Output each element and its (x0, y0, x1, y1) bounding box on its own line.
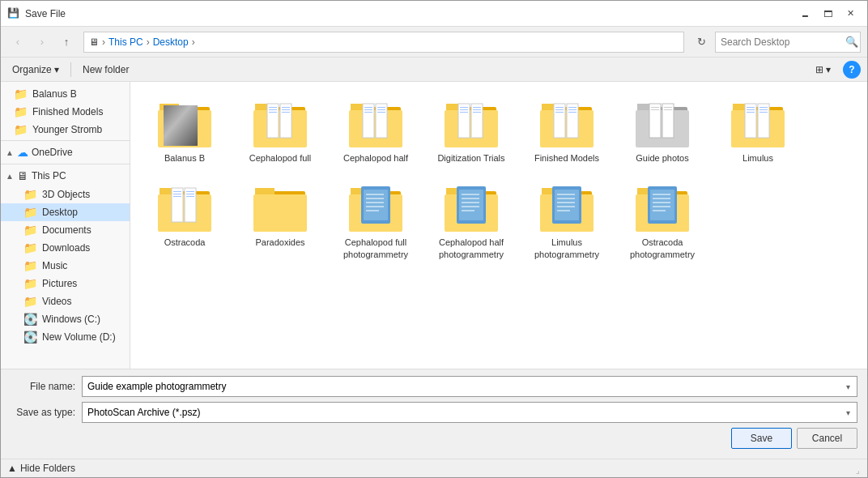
resize-handle[interactable]: ⌟ (856, 466, 866, 476)
svg-rect-47 (568, 109, 577, 110)
file-item-paradoxides[interactable]: Paradoxides (236, 176, 325, 266)
sidebar-item-videos[interactable]: 📁 Videos (1, 292, 130, 310)
svg-rect-31 (460, 107, 468, 108)
sidebar-item-finished-models[interactable]: 📁 Finished Models (1, 103, 130, 121)
folder-thumbnail (442, 97, 500, 149)
title-bar: 💾 Save File 🗕 🗖 ✕ (1, 1, 867, 27)
onedrive-icon: ☁ (17, 146, 28, 159)
svg-rect-48 (568, 112, 577, 113)
sidebar-item-windows-c[interactable]: 💽 Windows (C:) (1, 310, 130, 328)
minimize-button[interactable]: 🗕 (794, 6, 815, 22)
folder-icon: 📁 (23, 241, 37, 254)
svg-rect-79 (186, 196, 194, 197)
filename-label: File name: (11, 381, 75, 392)
view-button[interactable]: ⊞ ▾ (810, 62, 836, 78)
maximize-button[interactable]: 🗖 (817, 6, 838, 22)
forward-button[interactable]: › (32, 32, 53, 53)
breadcrumb-desktop[interactable]: Desktop (153, 36, 189, 48)
breadcrumb-bar[interactable]: 🖥 › This PC › Desktop › (83, 32, 684, 53)
sidebar-item-desktop[interactable]: 📁 Desktop (1, 203, 130, 221)
file-item-cephalopod-half-photo[interactable]: Cephalopod half photogrammetry (427, 176, 516, 266)
svg-rect-53 (651, 107, 659, 108)
breadcrumb-thispc[interactable]: This PC (108, 36, 143, 48)
sidebar-item-downloads[interactable]: 📁 Downloads (1, 239, 130, 257)
search-bar[interactable]: 🔍 (715, 32, 861, 53)
folder-thumbnail (251, 97, 309, 149)
svg-rect-63 (747, 109, 755, 110)
filename-container[interactable]: ▾ (82, 376, 857, 397)
file-item-balanus-b[interactable]: Balanus B (140, 92, 229, 169)
svg-rect-42 (555, 107, 564, 108)
window-controls: 🗕 🗖 ✕ (794, 6, 861, 22)
svg-rect-15 (282, 112, 290, 113)
sidebar-label: Finished Models (32, 106, 103, 117)
back-button[interactable]: ‹ (7, 32, 28, 53)
svg-rect-45 (567, 104, 578, 138)
file-item-limulus-photo[interactable]: Limulus photogrammetry (522, 176, 611, 266)
sidebar-item-music[interactable]: 📁 Music (1, 257, 130, 275)
svg-rect-13 (282, 107, 290, 108)
file-item-finished-models[interactable]: Finished Models (522, 92, 611, 169)
new-folder-button[interactable]: New folder (78, 62, 134, 77)
cancel-button[interactable]: Cancel (797, 428, 857, 449)
folder-icon: 📁 (23, 259, 37, 272)
folder-thumbnail (347, 181, 405, 233)
sidebar-item-3dobjects[interactable]: 📁 3D Objects (1, 186, 130, 203)
svg-rect-73 (173, 191, 181, 192)
organize-button[interactable]: Organize ▾ (7, 62, 64, 77)
file-item-guide-photos[interactable]: Guide photos (618, 92, 707, 169)
sidebar-item-new-volume-d[interactable]: 💽 New Volume (D:) (1, 328, 130, 346)
computer-icon: 🖥 (89, 36, 99, 48)
filetype-container[interactable]: PhotoScan Archive (*.psz) ▾ (82, 402, 857, 423)
file-label: Guide photos (636, 152, 688, 164)
filetype-value: PhotoScan Archive (*.psz) (87, 407, 845, 418)
file-item-cephalopod-full[interactable]: Cephalopod full (236, 92, 325, 169)
save-button[interactable]: Save (731, 428, 792, 449)
sidebar-item-balanus-b[interactable]: 📁 Balanus B (1, 85, 130, 103)
file-label: Limulus photogrammetry (526, 237, 607, 260)
sidebar-label: Younger Stromb (32, 124, 102, 135)
svg-rect-43 (555, 109, 564, 110)
refresh-button[interactable]: ↻ (691, 32, 712, 53)
filetype-row: Save as type: PhotoScan Archive (*.psz) … (11, 402, 857, 423)
sidebar-label: Balanus B (32, 88, 77, 100)
svg-rect-66 (760, 107, 768, 108)
svg-rect-20 (364, 107, 372, 108)
filename-input[interactable] (87, 381, 845, 392)
folder-thumbnail (729, 97, 787, 149)
file-item-ostracoda[interactable]: Ostracoda (140, 176, 229, 266)
svg-rect-56 (664, 107, 672, 108)
sidebar-item-documents[interactable]: 📁 Documents (1, 221, 130, 239)
svg-rect-32 (460, 109, 468, 110)
svg-rect-74 (173, 194, 181, 194)
file-label: Cephalopod half (343, 152, 408, 164)
close-button[interactable]: ✕ (840, 6, 861, 22)
folder-icon: 📁 (23, 206, 37, 219)
svg-rect-36 (473, 109, 481, 110)
sidebar-onedrive[interactable]: ▲ ☁ OneDrive (1, 143, 130, 162)
up-button[interactable]: ↑ (56, 32, 77, 53)
svg-rect-24 (377, 107, 385, 108)
save-file-dialog: 💾 Save File 🗕 🗖 ✕ ‹ › ↑ 🖥 › This PC › De… (0, 0, 868, 478)
folder-thumbnail (633, 181, 691, 233)
svg-rect-55 (662, 104, 674, 138)
filename-dropdown-arrow[interactable]: ▾ (845, 382, 852, 391)
folder-icon: 📁 (23, 188, 37, 201)
search-input[interactable] (721, 36, 842, 48)
file-item-limulus[interactable]: Limulus (713, 92, 802, 169)
file-item-ostracoda-photo[interactable]: Ostracoda photogrammetry (618, 176, 707, 266)
sidebar-this-pc[interactable]: ▲ 🖥 This PC (1, 166, 130, 186)
file-item-digitization-trials[interactable]: Digitization Trials (427, 92, 516, 169)
help-button[interactable]: ? (843, 61, 861, 79)
file-item-cephalopod-full-photo[interactable]: Cephalopod full photogrammetry (331, 176, 420, 266)
sidebar-item-younger-stromb[interactable]: 📁 Younger Stromb (1, 121, 130, 139)
filetype-label: Save as type: (11, 407, 75, 418)
svg-rect-12 (280, 104, 291, 138)
file-item-cephalopod-half[interactable]: Cephalopod half (331, 92, 420, 169)
hide-folders-bar[interactable]: ▲ Hide Folders (1, 459, 867, 477)
filetype-dropdown-arrow[interactable]: ▾ (845, 408, 852, 417)
svg-rect-23 (376, 104, 387, 138)
folder-thumbnail (155, 97, 214, 149)
sidebar-item-pictures[interactable]: 📁 Pictures (1, 275, 130, 292)
file-grid: Balanus B (140, 92, 857, 266)
